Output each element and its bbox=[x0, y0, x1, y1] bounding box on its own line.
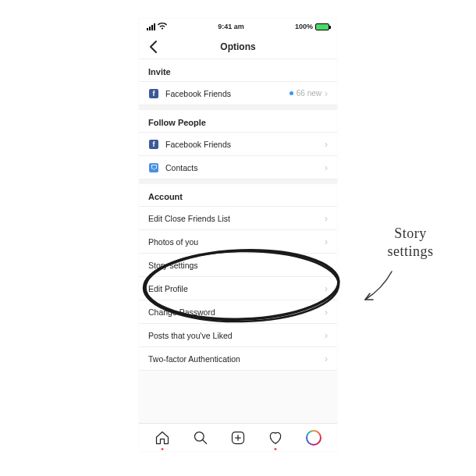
row-label: Contacts bbox=[165, 163, 325, 172]
profile-avatar-icon bbox=[306, 430, 321, 446]
nav-bar: Options bbox=[139, 34, 337, 59]
notification-dot bbox=[275, 448, 277, 450]
notification-dot bbox=[162, 448, 164, 450]
new-indicator-dot bbox=[290, 91, 293, 95]
chevron-right-icon: › bbox=[325, 260, 328, 271]
status-bar: 9:41 am 100% bbox=[139, 19, 337, 34]
content-scroll[interactable]: Invite f Facebook Friends 66 new › Follo… bbox=[139, 59, 337, 423]
section-header-account: Account bbox=[139, 184, 337, 207]
chevron-right-icon: › bbox=[325, 283, 328, 294]
tab-profile[interactable] bbox=[304, 428, 323, 447]
row-label: Photos of you bbox=[148, 237, 325, 247]
chevron-right-icon: › bbox=[325, 162, 328, 173]
account-edit-profile[interactable]: Edit Profile › bbox=[139, 277, 337, 300]
row-label: Facebook Friends bbox=[165, 89, 290, 98]
page-title: Options bbox=[220, 41, 255, 52]
facebook-icon: f bbox=[148, 88, 159, 99]
status-time: 9:41 am bbox=[218, 23, 244, 30]
account-story-settings[interactable]: Story settings › bbox=[139, 254, 337, 277]
chevron-right-icon: › bbox=[325, 236, 328, 247]
account-two-factor[interactable]: Two-factor Authentication › bbox=[139, 347, 337, 371]
row-label: Story settings bbox=[148, 261, 325, 270]
row-label: Edit Close Friends List bbox=[148, 214, 325, 223]
follow-facebook-friends[interactable]: f Facebook Friends › bbox=[139, 133, 337, 156]
chevron-right-icon: › bbox=[325, 330, 328, 341]
tab-bar bbox=[139, 423, 337, 451]
section-header-follow: Follow People bbox=[139, 110, 337, 133]
chevron-right-icon: › bbox=[325, 213, 328, 224]
account-posts-liked[interactable]: Posts that you've Liked › bbox=[139, 324, 337, 347]
battery-percent: 100% bbox=[295, 23, 313, 30]
account-edit-close-friends[interactable]: Edit Close Friends List › bbox=[139, 207, 337, 230]
row-label: Two-factor Authentication bbox=[148, 354, 325, 364]
contacts-icon: ⛉ bbox=[148, 162, 159, 173]
back-button[interactable] bbox=[145, 39, 161, 55]
section-header-invite: Invite bbox=[139, 59, 337, 82]
tab-new-post[interactable] bbox=[229, 428, 247, 447]
row-badge: 66 new bbox=[297, 89, 321, 98]
annotation-label: Story settings bbox=[364, 225, 457, 261]
cell-signal-icon bbox=[147, 23, 155, 30]
chevron-right-icon: › bbox=[325, 88, 328, 99]
facebook-icon: f bbox=[148, 139, 159, 150]
row-label: Posts that you've Liked bbox=[148, 331, 325, 340]
phone-frame: 9:41 am 100% Options Invite f Facebook F… bbox=[139, 19, 337, 451]
account-photos-of-you[interactable]: Photos of you › bbox=[139, 230, 337, 254]
wifi-icon bbox=[158, 23, 167, 31]
chevron-right-icon: › bbox=[325, 139, 328, 150]
tab-search[interactable] bbox=[191, 428, 210, 447]
chevron-right-icon: › bbox=[325, 353, 328, 364]
tab-home[interactable] bbox=[153, 428, 172, 447]
svg-line-1 bbox=[202, 439, 206, 443]
account-change-password[interactable]: Change Password › bbox=[139, 300, 337, 324]
row-label: Edit Profile bbox=[148, 284, 325, 293]
invite-facebook-friends[interactable]: f Facebook Friends 66 new › bbox=[139, 82, 337, 105]
battery-icon bbox=[315, 23, 329, 30]
chevron-right-icon: › bbox=[325, 307, 328, 318]
follow-contacts[interactable]: ⛉ Contacts › bbox=[139, 156, 337, 179]
row-label: Change Password bbox=[148, 307, 325, 317]
tab-activity[interactable] bbox=[266, 428, 285, 447]
row-label: Facebook Friends bbox=[165, 140, 325, 149]
annotation-arrow bbox=[359, 265, 406, 312]
